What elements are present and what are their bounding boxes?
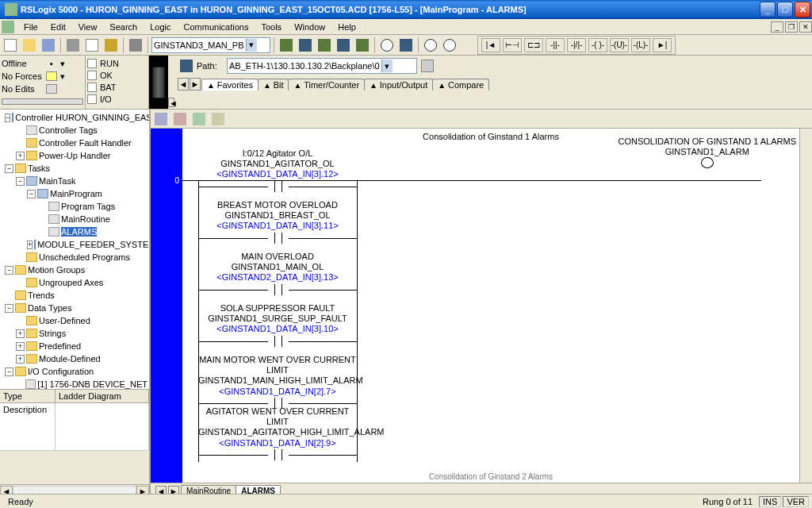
expand-icon[interactable]: + (16, 152, 25, 160)
nav-end[interactable]: ►| (653, 38, 672, 52)
tree-node[interactable]: Trends (2, 289, 147, 302)
tree-node[interactable]: Controller Fault Handler (2, 137, 147, 149)
tab-compare[interactable]: ▲ Compare (432, 79, 489, 90)
expand-icon[interactable]: + (27, 241, 33, 249)
tree-node[interactable]: MainRoutine (2, 213, 147, 225)
zoom-in-button[interactable] (422, 37, 439, 54)
path-combo[interactable]: AB_ETH-1\130.130.130.2\Backplane\0 ▾ (227, 58, 417, 74)
etool-3[interactable] (190, 110, 208, 128)
tree-node[interactable]: −Data Types (2, 302, 147, 314)
tree-node[interactable]: +MODULE_FEEDER_SYSTE (2, 238, 147, 251)
mdi-restore[interactable]: ❐ (785, 21, 798, 33)
verify-all-button[interactable] (397, 37, 415, 54)
menu-tools[interactable]: Tools (255, 21, 288, 33)
branch-instruction[interactable]: BREAST MOTOR OVERLOADGINSTAND1_BREAST_OL… (198, 200, 357, 243)
tree-node[interactable]: [1] 1756-DNB DEVICE_NET (2, 378, 147, 389)
menu-help[interactable]: Help (331, 21, 362, 33)
collapse-button[interactable]: ◄ (168, 98, 174, 107)
tool-b[interactable] (297, 37, 314, 54)
tree-node[interactable]: −MainProgram (2, 187, 147, 200)
nav-branch[interactable]: ⊏⊐ (524, 38, 543, 52)
tree-node[interactable]: +Predefined (2, 340, 147, 352)
nav-xic[interactable]: -|/|- (567, 38, 586, 52)
print-button[interactable] (127, 37, 144, 54)
tree-node[interactable]: −I/O Configuration (2, 365, 147, 378)
paste-button[interactable] (102, 37, 120, 54)
expand-icon[interactable]: − (5, 164, 13, 173)
menu-file[interactable]: File (17, 21, 44, 33)
nav-otu[interactable]: -(U)- (610, 38, 629, 52)
etool-2[interactable] (171, 110, 189, 128)
menu-edit[interactable]: Edit (44, 21, 72, 33)
tool-d[interactable] (335, 37, 352, 54)
branch-instruction[interactable]: I:0/12 Agitator O/LGINSTAND1_AGITATOR_OL… (198, 148, 357, 191)
ladder-view[interactable]: 0 Consolidation of Ginstand 1 Alarms CON… (151, 129, 812, 483)
verify-button[interactable] (378, 37, 396, 54)
tree-node[interactable]: −Tasks (2, 162, 147, 175)
nav-otl[interactable]: -(L)- (631, 38, 650, 52)
tree-node[interactable]: +Power-Up Handler (2, 149, 147, 162)
ladder-content[interactable]: Consolidation of Ginstand 1 Alarms CONSO… (182, 129, 799, 483)
branch-instruction[interactable]: MAIN MOTOR WENT OVER CURRENT LIMITGINSTA… (198, 355, 357, 408)
tree-node[interactable]: Controller Tags (2, 124, 147, 137)
tag-combo[interactable]: GINSTAND3_MAN_PB ▾ (151, 37, 270, 53)
nav-xio[interactable]: -||- (546, 38, 565, 52)
mdi-close[interactable]: ✕ (799, 21, 812, 33)
tool-e[interactable] (354, 37, 371, 54)
nav-start[interactable]: |◄ (481, 38, 500, 52)
prop-desc-value[interactable] (56, 403, 149, 451)
tree-node[interactable]: −Motion Groups (2, 264, 147, 276)
nav-ote[interactable]: -( )- (588, 38, 607, 52)
copy-button[interactable] (83, 37, 101, 54)
branch-instruction[interactable]: AGITATOR WENT OVER CURRENT LIMITGINSTAND… (198, 406, 357, 460)
expand-icon[interactable]: − (27, 190, 36, 198)
expand-icon[interactable]: − (5, 114, 10, 122)
menu-window[interactable]: Window (288, 21, 331, 33)
tree-node[interactable]: Unscheduled Programs (2, 251, 147, 264)
menu-communications[interactable]: Communications (178, 21, 255, 33)
tool-a[interactable] (278, 37, 295, 54)
go-online-button[interactable] (178, 57, 195, 75)
expand-icon[interactable]: + (16, 329, 25, 338)
tree-node[interactable]: −MainTask (2, 175, 147, 187)
menu-search[interactable]: Search (103, 21, 144, 33)
maximize-button[interactable]: □ (777, 2, 793, 17)
expand-icon[interactable]: + (16, 355, 25, 364)
branch-instruction[interactable]: MAIN OVERLOADGINSTAND1_MAIN_OL<GINSTAND2… (198, 252, 357, 294)
tree-node[interactable]: +Strings (2, 327, 147, 340)
tree-node[interactable]: −Controller HURON_GINNING_EAS (2, 111, 147, 124)
cut-button[interactable] (64, 37, 82, 54)
tree-node[interactable]: ALARMS (2, 225, 147, 238)
tab-timer[interactable]: ▲ Timer/Counter (288, 79, 365, 90)
tab-favorites[interactable]: ▲ Favorites (201, 79, 259, 90)
tree-node[interactable]: Program Tags (2, 200, 147, 213)
mdi-minimize[interactable]: _ (771, 21, 783, 33)
tree-node[interactable]: User-Defined (2, 314, 147, 327)
expand-icon[interactable]: − (5, 266, 13, 275)
tab-bit[interactable]: ▲ Bit (258, 79, 289, 90)
expand-icon[interactable]: − (16, 177, 25, 186)
tree-node[interactable]: Ungrouped Axes (2, 276, 147, 289)
expand-icon[interactable]: − (5, 304, 13, 313)
open-button[interactable] (21, 37, 38, 54)
menu-view[interactable]: View (72, 21, 104, 33)
tree-node[interactable]: +Module-Defined (2, 352, 147, 365)
etool-1[interactable] (152, 110, 170, 128)
tree[interactable]: −Controller HURON_GINNING_EASController … (0, 110, 149, 389)
zoom-out-button[interactable] (441, 37, 458, 54)
new-button[interactable] (2, 37, 19, 54)
expand-icon[interactable]: + (16, 342, 25, 351)
expand-icon[interactable]: − (5, 368, 13, 376)
etool-4[interactable] (209, 110, 227, 128)
save-button[interactable] (40, 37, 57, 54)
editor-vscroll[interactable] (799, 129, 812, 483)
branch-instruction[interactable]: SOLA SUPPRESSOR FAULTGINSTAND1_SURGE_SUP… (198, 303, 357, 346)
minimize-button[interactable]: _ (760, 2, 776, 17)
browse-button[interactable] (419, 57, 436, 75)
tab-scroll-left[interactable]: ◄ (178, 78, 189, 90)
nav-rung[interactable]: ⊢⊣ (503, 38, 522, 52)
close-button[interactable]: ✕ (795, 2, 810, 17)
tab-scroll-right[interactable]: ► (190, 78, 201, 90)
tool-c[interactable] (316, 37, 333, 54)
tab-io[interactable]: ▲ Input/Output (364, 79, 433, 90)
